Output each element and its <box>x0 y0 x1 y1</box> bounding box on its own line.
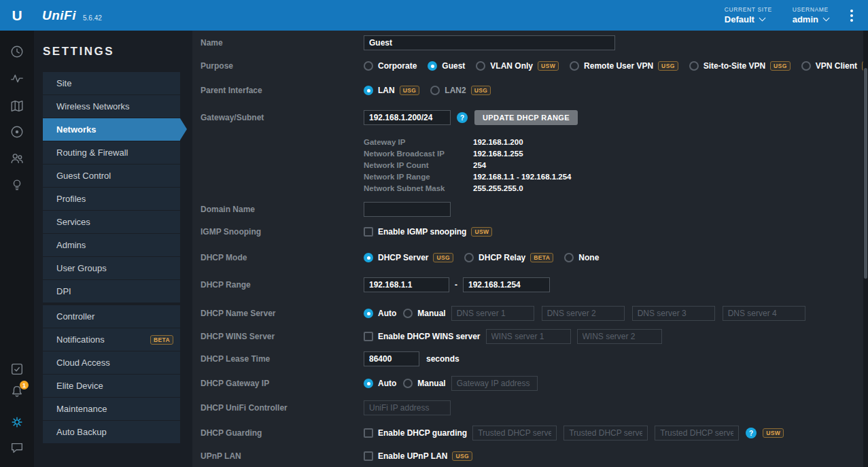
sidebar-item-site[interactable]: Site <box>43 72 180 94</box>
kebab-menu-icon[interactable] <box>850 10 853 22</box>
dns-server-2-input[interactable] <box>542 306 625 321</box>
settings-menu: Site Wireless Networks Networks Routing … <box>43 72 180 444</box>
radio-icon[interactable] <box>403 309 413 318</box>
usg-badge: USG <box>400 86 420 95</box>
option-label: LAN <box>378 86 395 95</box>
sidebar-item-dpi[interactable]: DPI <box>43 280 180 302</box>
help-icon[interactable]: ? <box>457 112 468 123</box>
checkbox-icon[interactable] <box>364 332 373 341</box>
radio-icon[interactable] <box>476 61 485 71</box>
radio-icon[interactable] <box>430 86 440 95</box>
sidebar-item-elite-device[interactable]: Elite Device <box>43 375 180 397</box>
radio-selected-icon[interactable] <box>364 379 373 388</box>
trusted-dhcp-server-1-input[interactable] <box>472 426 557 440</box>
unifi-controller-ip-input[interactable] <box>364 400 451 415</box>
parent-interface-option-lan2[interactable]: LAN2 USG <box>430 86 491 95</box>
info-label: Network IP Count <box>364 161 473 169</box>
radio-icon[interactable] <box>689 61 699 71</box>
purpose-option-site-to-site-vpn[interactable]: Site-to-Site VPN USG <box>689 61 791 71</box>
sidebar-item-guest-control[interactable]: Guest Control <box>43 165 180 187</box>
radio-icon[interactable] <box>364 61 373 71</box>
dhcp-range-end-input[interactable] <box>463 277 550 292</box>
dns-server-4-input[interactable] <box>723 306 805 321</box>
radio-icon[interactable] <box>570 61 579 71</box>
scrollbar-thumb[interactable] <box>864 68 867 279</box>
statistics-icon[interactable] <box>10 71 24 86</box>
dhcp-lease-time-label: DHCP Lease Time <box>201 354 364 364</box>
insights-icon[interactable] <box>10 177 24 192</box>
sidebar-item-auto-backup[interactable]: Auto Backup <box>43 421 180 443</box>
unifi-logo[interactable]: U <box>0 7 34 24</box>
radio-selected-icon[interactable] <box>428 61 437 71</box>
sidebar-item-profiles[interactable]: Profiles <box>43 188 180 210</box>
sidebar-item-maintenance[interactable]: Maintenance <box>43 398 180 420</box>
sidebar-item-controller[interactable]: Controller <box>43 305 180 328</box>
dhcp-lease-time-input[interactable] <box>364 351 419 366</box>
sidebar-item-routing-firewall[interactable]: Routing & Firewall <box>43 141 180 164</box>
radio-icon[interactable] <box>403 379 413 388</box>
username-selector[interactable]: USERNAME admin <box>793 6 829 24</box>
dhcp-mode-option-relay[interactable]: DHCP Relay BETA <box>464 253 553 262</box>
checkbox-icon[interactable] <box>364 428 373 438</box>
sidebar-item-notifications[interactable]: NotificationsBETA <box>43 328 180 351</box>
wins-server-2-input[interactable] <box>577 329 662 344</box>
trusted-dhcp-server-3-input[interactable] <box>655 426 739 440</box>
sidebar-item-services[interactable]: Services <box>43 211 180 233</box>
sidebar-item-label: DPI <box>56 286 71 296</box>
dashboard-icon[interactable] <box>10 44 24 59</box>
sidebar-item-networks[interactable]: Networks <box>43 118 180 141</box>
purpose-option-vpn-client[interactable]: VPN Client USG <box>801 61 868 71</box>
sidebar-item-cloud-access[interactable]: Cloud Access <box>43 351 180 374</box>
wins-server-1-input[interactable] <box>486 329 571 344</box>
dns-server-3-input[interactable] <box>632 306 715 321</box>
radio-icon[interactable] <box>564 253 574 262</box>
map-icon[interactable] <box>10 99 24 114</box>
purpose-option-remote-user-vpn[interactable]: Remote User VPN USG <box>570 61 678 71</box>
dhcp-mode-option-none[interactable]: None <box>564 253 599 262</box>
checkbox-icon[interactable] <box>364 227 373 237</box>
alerts-icon[interactable]: 1 <box>10 384 24 399</box>
parent-interface-option-lan[interactable]: LAN USG <box>364 86 419 95</box>
dns-server-1-input[interactable] <box>451 306 534 321</box>
checkbox-icon[interactable] <box>364 451 373 461</box>
purpose-option-vlan-only[interactable]: VLAN Only USW <box>476 61 559 71</box>
adopt-checklist-icon[interactable] <box>10 362 24 377</box>
dhcp-mode-option-server[interactable]: DHCP Server USG <box>364 253 453 262</box>
info-value: 255.255.255.0 <box>473 184 523 192</box>
sidebar-item-user-groups[interactable]: User Groups <box>43 257 180 279</box>
purpose-option-corporate[interactable]: Corporate <box>364 61 417 71</box>
help-icon[interactable]: ? <box>746 428 757 438</box>
dns-manual-option[interactable]: Manual <box>403 309 445 318</box>
radio-icon[interactable] <box>801 61 811 71</box>
purpose-option-guest[interactable]: Guest <box>428 61 465 71</box>
dhcp-gateway-ip-input[interactable] <box>451 376 538 391</box>
dhcp-guarding-enable-option[interactable]: Enable DHCP guarding <box>364 428 467 438</box>
upnp-enable-option[interactable]: Enable UPnP LAN USG <box>364 451 472 461</box>
radio-selected-icon[interactable] <box>364 253 373 262</box>
form-row-dhcp-gateway-ip: DHCP Gateway IP Auto Manual <box>201 376 856 391</box>
scrollbar[interactable] <box>863 31 868 467</box>
name-input[interactable] <box>364 35 615 50</box>
dns-auto-option[interactable]: Auto <box>364 309 396 318</box>
usg-badge: USG <box>658 61 678 71</box>
dhcp-range-start-input[interactable] <box>364 277 449 292</box>
radio-icon[interactable] <box>464 253 474 262</box>
settings-gear-icon[interactable] <box>10 415 24 430</box>
radio-selected-icon[interactable] <box>364 309 373 318</box>
sidebar-item-wireless-networks[interactable]: Wireless Networks <box>43 95 180 118</box>
wins-enable-option[interactable]: Enable DHCP WINS server <box>364 332 481 341</box>
gateway-subnet-input[interactable] <box>364 110 451 125</box>
clients-icon[interactable] <box>10 151 24 166</box>
current-site-selector[interactable]: CURRENT SITE Default <box>725 6 772 24</box>
devices-icon[interactable] <box>10 124 24 139</box>
gateway-manual-option[interactable]: Manual <box>403 379 445 388</box>
sidebar-item-admins[interactable]: Admins <box>43 234 180 256</box>
chat-icon[interactable] <box>10 440 24 455</box>
radio-selected-icon[interactable] <box>364 86 373 95</box>
trusted-dhcp-server-2-input[interactable] <box>563 426 648 440</box>
domain-name-input[interactable] <box>364 202 451 217</box>
update-dhcp-range-button[interactable]: UPDATE DHCP RANGE <box>474 110 578 125</box>
gateway-auto-option[interactable]: Auto <box>364 379 396 388</box>
form-row-upnp-lan: UPnP LAN Enable UPnP LAN USG <box>201 449 856 464</box>
igmp-snooping-option[interactable]: Enable IGMP snooping USW <box>364 227 492 237</box>
